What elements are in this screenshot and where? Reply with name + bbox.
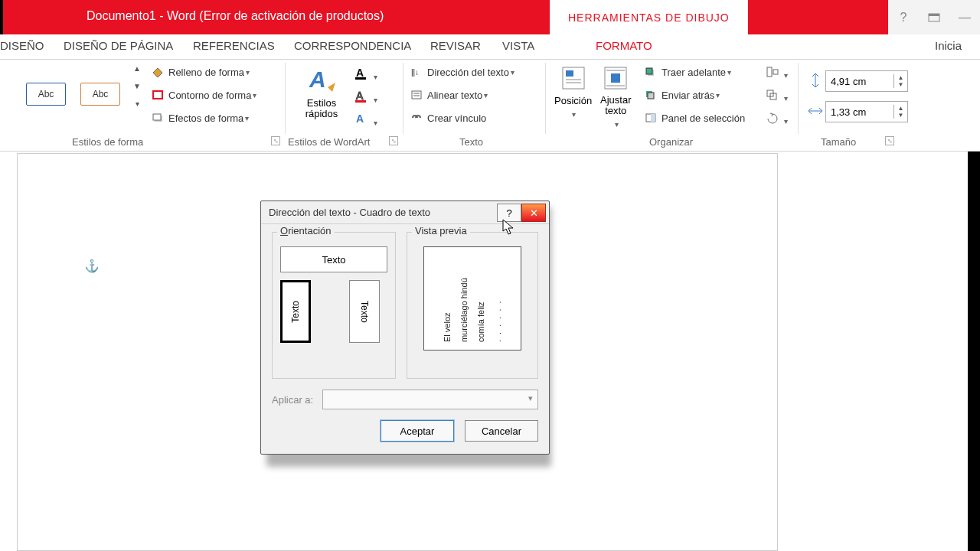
- cancel-button[interactable]: Cancelar: [465, 420, 538, 442]
- tab-vista[interactable]: VISTA: [502, 39, 534, 52]
- apply-to-select[interactable]: [322, 390, 538, 409]
- group-label-arrange: Organizar: [649, 136, 693, 148]
- selection-pane-icon: [645, 112, 657, 124]
- dropdown-icon: ▾: [374, 96, 377, 104]
- tab-revisar[interactable]: REVISAR: [430, 39, 481, 52]
- shape-style-2[interactable]: Abc: [80, 83, 120, 106]
- svg-rect-29: [767, 67, 772, 77]
- svg-rect-30: [773, 70, 778, 74]
- gallery-more-icon: ▾: [136, 99, 139, 108]
- orientation-vertical-up[interactable]: Texto: [280, 280, 311, 343]
- create-link-label: Crear vínculo: [427, 112, 486, 124]
- align-text-label: Alinear texto: [427, 90, 482, 101]
- accept-button[interactable]: Aceptar: [381, 420, 454, 442]
- shape-outline-button[interactable]: Contorno de forma ▾: [152, 89, 256, 101]
- group-button[interactable]: ▾: [766, 89, 788, 104]
- shape-outline-label: Contorno de forma: [168, 90, 251, 101]
- svg-rect-26: [648, 93, 654, 99]
- rotate-button[interactable]: ▾: [766, 112, 788, 127]
- group-icon: [766, 89, 779, 101]
- svg-rect-7: [355, 77, 366, 80]
- preview-line-2: murciélago hindú: [459, 255, 469, 342]
- orientation-vertical-down-label: Texto: [359, 301, 370, 323]
- gallery-down-icon: ▼: [133, 82, 141, 90]
- svg-text:A: A: [356, 90, 364, 102]
- quick-styles-icon: A: [305, 64, 338, 95]
- dropdown-icon: ▾: [374, 119, 377, 127]
- orientation-vertical-down[interactable]: Texto: [349, 280, 380, 343]
- dropdown-icon: ▾: [246, 68, 250, 77]
- tab-correspondencia[interactable]: CORRESPONDENCIA: [294, 39, 411, 52]
- position-button[interactable]: Posición ▾: [554, 64, 592, 120]
- preview-line-4: . . . . . .: [493, 255, 502, 342]
- spinner-arrows[interactable]: ▲▼: [893, 105, 907, 119]
- size-launcher[interactable]: ⤡: [885, 136, 894, 145]
- shape-fill-label: Relleno de forma: [168, 67, 244, 78]
- tab-diseno-pagina[interactable]: DISEÑO DE PÁGINA: [64, 39, 173, 52]
- quick-styles-label: Estilos rápidos: [305, 98, 338, 119]
- shape-effects-icon: [152, 112, 164, 124]
- dropdown-icon: ▾: [716, 91, 720, 99]
- dialog-help-button[interactable]: ?: [497, 204, 521, 222]
- wrap-text-button[interactable]: Ajustar texto ▾: [600, 64, 631, 130]
- dropdown-icon: ▾: [245, 114, 249, 122]
- wordart-styles-launcher[interactable]: ⤡: [389, 136, 398, 145]
- dropdown-icon: ▾: [784, 117, 788, 126]
- shape-styles-launcher[interactable]: ⤡: [271, 136, 280, 145]
- help-button[interactable]: ?: [888, 0, 919, 34]
- wrap-text-icon: [602, 64, 629, 92]
- dialog-title: Dirección del texto - Cuadro de texto: [261, 207, 430, 218]
- text-effects-button[interactable]: A ▾: [354, 112, 377, 129]
- height-spinner[interactable]: 4,91 cm ▲▼: [825, 70, 908, 92]
- text-fill-button[interactable]: A ▾: [354, 66, 377, 83]
- svg-text:A: A: [356, 112, 364, 125]
- svg-text:||↓: ||↓: [411, 68, 419, 77]
- spinner-arrows[interactable]: ▲▼: [893, 74, 907, 88]
- dropdown-icon: ▾: [253, 91, 256, 99]
- align-button[interactable]: ▾: [766, 66, 788, 81]
- svg-rect-12: [412, 91, 421, 99]
- create-link-button[interactable]: Crear vínculo: [410, 112, 486, 124]
- shape-effects-label: Efectos de forma: [168, 112, 243, 124]
- align-text-button[interactable]: Alinear texto ▾: [410, 89, 488, 101]
- bring-forward-button[interactable]: Traer adelante ▾: [645, 66, 731, 78]
- shape-fill-button[interactable]: Relleno de forma ▾: [152, 66, 250, 78]
- dialog-close-button[interactable]: ✕: [521, 204, 546, 222]
- wrap-text-label: Ajustar texto: [600, 95, 631, 116]
- quick-styles-button[interactable]: A Estilos rápidos: [305, 64, 338, 119]
- contextual-tool-tab[interactable]: HERRAMIENTAS DE DIBUJO: [550, 0, 748, 34]
- position-icon: [560, 64, 587, 92]
- shape-effects-button[interactable]: Efectos de forma ▾: [152, 112, 249, 124]
- bring-forward-icon: [645, 66, 657, 78]
- preview-box: El veloz murciélago hindú comía feliz . …: [423, 246, 521, 350]
- height-value: 4,91 cm: [826, 76, 893, 87]
- selection-pane-label: Panel de selección: [662, 112, 745, 124]
- sign-in[interactable]: Inicia: [935, 39, 962, 52]
- ribbon-display-options[interactable]: [919, 0, 949, 34]
- tab-referencias[interactable]: REFERENCIAS: [193, 39, 275, 52]
- shape-style-1[interactable]: Abc: [26, 83, 66, 106]
- tab-formato[interactable]: FORMATO: [596, 39, 652, 52]
- ribbon-tabs: DISEÑO DISEÑO DE PÁGINA REFERENCIAS CORR…: [0, 34, 980, 60]
- shape-outline-icon: [152, 89, 164, 101]
- preview-legend: Vista previa: [412, 225, 470, 236]
- send-backward-button[interactable]: Enviar atrás ▾: [645, 89, 720, 101]
- group-label-shape-styles: Estilos de forma: [72, 136, 143, 148]
- preview-line-3: comía feliz: [476, 255, 485, 342]
- group-label-size: Tamaño: [821, 136, 856, 148]
- tab-diseno[interactable]: DISEÑO: [0, 39, 44, 52]
- svg-rect-4: [153, 114, 161, 120]
- minimize-button[interactable]: —: [949, 0, 980, 34]
- shape-style-gallery-arrows[interactable]: ▲ ▼ ▾: [130, 64, 144, 108]
- width-spinner[interactable]: 1,33 cm ▲▼: [825, 101, 908, 122]
- text-direction-button[interactable]: ||↓ Dirección del texto ▾: [410, 66, 514, 78]
- dialog-titlebar[interactable]: Dirección del texto - Cuadro de texto ? …: [261, 201, 549, 224]
- shape-fill-icon: [152, 66, 164, 78]
- window-buttons: ? —: [888, 0, 980, 34]
- text-outline-button[interactable]: A ▾: [354, 89, 377, 106]
- selection-pane-button[interactable]: Panel de selección: [645, 112, 745, 124]
- dropdown-icon: ▾: [615, 120, 619, 129]
- text-outline-icon: A: [354, 89, 369, 103]
- text-direction-icon: ||↓: [410, 66, 423, 78]
- orientation-horizontal[interactable]: Texto: [280, 246, 387, 272]
